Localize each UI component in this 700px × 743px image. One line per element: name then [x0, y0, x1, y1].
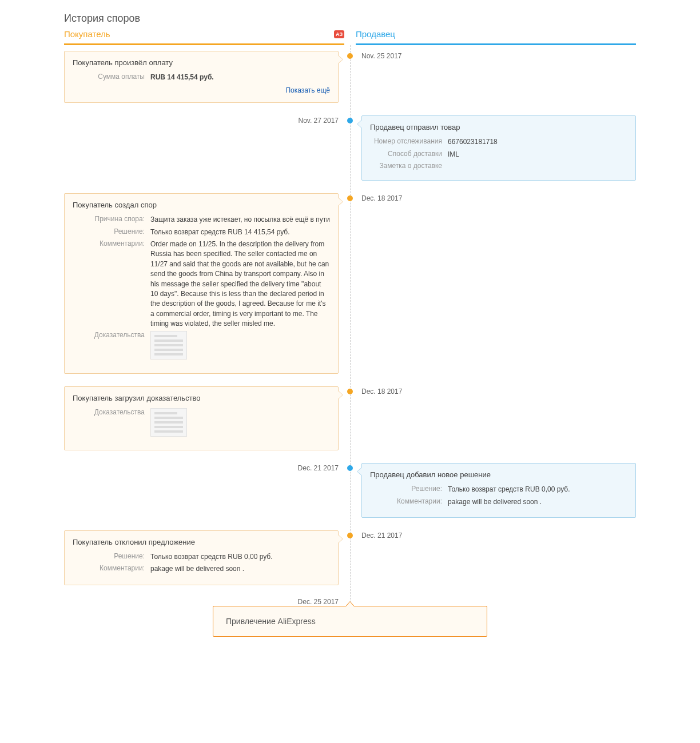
kv-value: Order made on 11/25. In the description …	[150, 239, 330, 329]
kv-value: IML	[448, 150, 627, 159]
entry-date: Dec. 21 2017	[361, 530, 636, 540]
card-title: Покупатель создал спор	[73, 201, 330, 209]
card-title: Покупатель произвёл оплату	[73, 58, 330, 67]
kv-row: Комментарии:pakage will be delivered soo…	[370, 497, 627, 507]
kv-row: Доказательства	[73, 331, 330, 362]
kv-label: Доказательства	[73, 408, 150, 440]
timeline-entry: Покупатель отклонил предложениеРешение:Т…	[64, 530, 636, 585]
timeline-entry: Dec. 21 2017Продавец добавил новое решен…	[64, 463, 636, 518]
kv-label: Номер отслеживания	[370, 137, 448, 147]
kv-label: Решение:	[73, 552, 150, 562]
card-title: Покупатель отклонил предложение	[73, 538, 330, 546]
columns-header: Покупатель АЗ Продавец	[64, 29, 636, 45]
kv-row: Способ доставкиIML	[370, 150, 627, 159]
kv-label: Сумма оплаты	[73, 73, 150, 82]
kv-row: Доказательства	[73, 408, 330, 440]
seller-card: Продавец отправил товарНомер отслеживани…	[361, 115, 636, 181]
buyer-card: Покупатель загрузил доказательствоДоказа…	[64, 386, 339, 450]
kv-label: Заметка о доставке	[370, 162, 448, 170]
seller-column-header: Продавец	[356, 29, 636, 45]
center-card: Привлечение AliExpress	[213, 606, 487, 637]
timeline: Покупатель произвёл оплатуСумма оплатыRU…	[64, 45, 636, 637]
kv-row: Решение:Только возврат средств RUB 14 41…	[73, 227, 330, 237]
kv-row: Заметка о доставке	[370, 162, 627, 170]
timeline-dot	[347, 53, 353, 59]
card-title: Покупатель загрузил доказательство	[73, 394, 330, 402]
show-more-link[interactable]: Показать ещё	[285, 86, 330, 94]
buyer-card: Покупатель создал спорПричина спора:Защи…	[64, 193, 339, 374]
kv-value: RUB 14 415,54 руб.	[150, 73, 330, 82]
kv-label: Решение:	[370, 485, 448, 494]
kv-label: Способ доставки	[370, 150, 448, 159]
kv-row: Номер отслеживания6676023181718	[370, 137, 627, 147]
timeline-entry: Покупатель создал спорПричина спора:Защи…	[64, 193, 636, 374]
seller-card: Продавец добавил новое решениеРешение:То…	[361, 463, 636, 518]
card-title: Привлечение AliExpress	[226, 617, 474, 626]
kv-label: Решение:	[73, 227, 150, 237]
entry-date: Nov. 27 2017	[64, 115, 339, 125]
buyer-card: Покупатель произвёл оплатуСумма оплатыRU…	[64, 51, 339, 103]
timeline-dot	[347, 389, 353, 394]
card-title: Продавец добавил новое решение	[370, 470, 627, 479]
kv-value: Только возврат средств RUB 0,00 руб.	[150, 552, 330, 562]
kv-row: Комментарии:Order made on 11/25. In the …	[73, 239, 330, 329]
kv-value: Защита заказа уже истекает, но посылка в…	[150, 215, 330, 225]
timeline-dot	[347, 465, 353, 471]
buyer-label: Покупатель	[64, 29, 110, 39]
entry-date: Dec. 21 2017	[64, 463, 339, 472]
entry-date: Dec. 25 2017	[298, 598, 339, 606]
kv-row: Решение:Только возврат средств RUB 0,00 …	[370, 485, 627, 494]
card-title: Продавец отправил товар	[370, 123, 627, 131]
kv-label: Комментарии:	[73, 239, 150, 329]
center-entry: Dec. 25 2017 Привлечение AliExpress	[64, 598, 636, 637]
timeline-entry: Покупатель произвёл оплатуСумма оплатыRU…	[64, 51, 636, 103]
kv-value: pakage will be delivered soon .	[150, 564, 330, 574]
timeline-dot	[347, 118, 353, 123]
kv-label: Комментарии:	[370, 497, 448, 507]
entry-date: Nov. 25 2017	[361, 51, 636, 60]
kv-value: pakage will be delivered soon .	[448, 497, 627, 507]
buyer-column-header: Покупатель АЗ	[64, 29, 344, 45]
timeline-entry: Nov. 27 2017Продавец отправил товарНомер…	[64, 115, 636, 181]
kv-row: Причина спора:Защита заказа уже истекает…	[73, 215, 330, 225]
kv-value	[150, 408, 330, 440]
kv-value: 6676023181718	[448, 137, 627, 147]
evidence-thumbnail[interactable]	[150, 408, 187, 437]
kv-label: Комментарии:	[73, 564, 150, 574]
page-title: История споров	[64, 13, 636, 25]
kv-value	[448, 162, 627, 170]
kv-value: Только возврат средств RUB 14 415,54 руб…	[150, 227, 330, 237]
kv-row: Сумма оплатыRUB 14 415,54 руб.	[73, 73, 330, 82]
entry-date: Dec. 18 2017	[361, 193, 636, 202]
buyer-card: Покупатель отклонил предложениеРешение:Т…	[64, 530, 339, 585]
timeline-dot	[347, 533, 353, 538]
timeline-entry: Покупатель загрузил доказательствоДоказа…	[64, 386, 636, 450]
kv-value	[150, 331, 330, 362]
kv-row: Комментарии:pakage will be delivered soo…	[73, 564, 330, 574]
seller-label: Продавец	[356, 29, 395, 39]
timeline-dot	[347, 195, 353, 201]
kv-label: Доказательства	[73, 331, 150, 362]
kv-value: Только возврат средств RUB 0,00 руб.	[448, 485, 627, 494]
entry-date: Dec. 18 2017	[361, 386, 636, 396]
buyer-badge: АЗ	[334, 30, 344, 38]
kv-label: Причина спора:	[73, 215, 150, 225]
evidence-thumbnail[interactable]	[150, 331, 187, 359]
kv-row: Решение:Только возврат средств RUB 0,00 …	[73, 552, 330, 562]
